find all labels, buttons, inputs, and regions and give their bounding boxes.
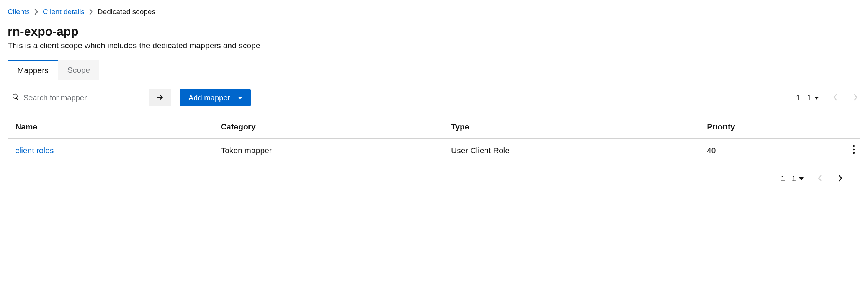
table-row: client roles Token mapper User Client Ro… [8,139,860,162]
chevron-left-icon [833,94,837,102]
page-title: rn-expo-app [8,25,860,39]
mapper-priority-cell: 40 [707,139,841,162]
search-input[interactable] [20,93,145,102]
pagination-range-label: 1 - 1 [796,93,811,102]
add-mapper-label: Add mapper [188,93,230,102]
tab-scope[interactable]: Scope [58,60,100,80]
pagination-prev-button[interactable] [830,93,840,102]
pagination-next-button[interactable] [836,174,845,183]
row-actions-button[interactable] [853,145,855,155]
caret-down-icon [799,174,804,183]
table-header-row: Name Category Type Priority [8,115,860,139]
mapper-name-link[interactable]: client roles [8,139,221,162]
chevron-right-icon [853,94,858,102]
column-header-category: Category [221,115,451,139]
pagination-range-dropdown[interactable]: 1 - 1 [796,93,819,102]
search-box [8,89,149,106]
breadcrumb: Clients Client details Dedicated scopes [8,8,860,16]
kebab-icon [853,145,855,155]
pagination-next-button[interactable] [851,93,860,102]
pagination-range-label: 1 - 1 [781,174,796,183]
breadcrumb-link-client-details[interactable]: Client details [43,8,85,16]
mapper-category-cell: Token mapper [221,139,451,162]
tab-mappers[interactable]: Mappers [8,60,58,80]
caret-down-icon [814,93,819,102]
search-group [8,89,171,106]
column-header-name: Name [8,115,221,139]
pagination-top: 1 - 1 [796,93,860,102]
pagination-range-dropdown[interactable]: 1 - 1 [781,174,804,183]
chevron-right-icon [34,9,38,15]
column-header-priority: Priority [707,115,841,139]
breadcrumb-current: Dedicated scopes [98,8,155,16]
chevron-right-icon [89,9,93,15]
pagination-prev-button[interactable] [815,174,824,183]
search-submit-button[interactable] [149,89,171,106]
page-description: This is a client scope which includes th… [8,41,860,50]
svg-point-1 [853,145,855,147]
search-icon [12,93,20,102]
mapper-type-cell: User Client Role [451,139,707,162]
caret-down-icon [238,93,242,102]
breadcrumb-link-clients[interactable]: Clients [8,8,30,16]
mappers-table: Name Category Type Priority client roles… [8,115,860,162]
toolbar: Add mapper 1 - 1 [8,80,860,115]
chevron-right-icon [838,175,843,183]
svg-point-2 [853,149,855,150]
svg-point-3 [853,152,855,154]
tabs: Mappers Scope [8,60,860,80]
pagination-bottom: 1 - 1 [781,174,845,183]
column-header-type: Type [451,115,707,139]
add-mapper-button[interactable]: Add mapper [180,89,251,106]
arrow-right-icon [157,94,163,102]
chevron-left-icon [817,175,822,183]
